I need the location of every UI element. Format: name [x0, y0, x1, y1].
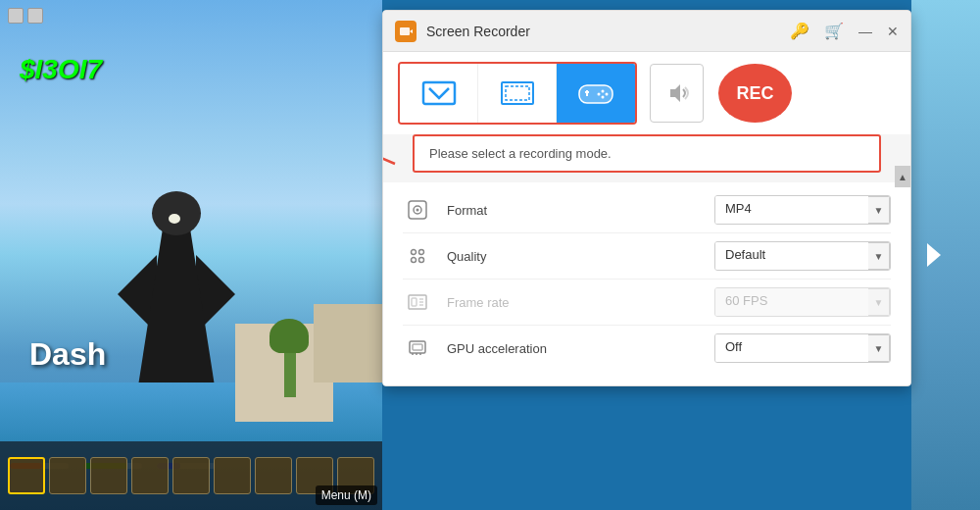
format-select-wrapper[interactable]: MP4 ▼ [714, 195, 891, 225]
frame-rate-label: Frame rate [447, 295, 714, 310]
svg-line-14 [382, 144, 395, 164]
game-character [118, 196, 235, 392]
frame-rate-dropdown-arrow: ▼ [868, 288, 890, 316]
quality-control: Default ▼ [714, 241, 891, 271]
game-maximize-btn[interactable] [27, 8, 43, 24]
game-background: $I3OI7 Dash M [0, 0, 382, 510]
frame-rate-select-wrapper: 60 FPS ▼ [714, 287, 891, 317]
hud-slot-5[interactable] [172, 457, 210, 494]
hud-slot-1[interactable] [8, 457, 45, 494]
hud-slot-7[interactable] [255, 457, 292, 494]
quality-select-wrapper[interactable]: Default ▼ [714, 241, 891, 271]
quality-value: Default [715, 242, 868, 270]
rec-button[interactable]: REC [718, 64, 792, 123]
red-arrow-icon [382, 139, 398, 169]
svg-point-9 [602, 90, 605, 93]
svg-rect-24 [412, 298, 416, 306]
audio-button[interactable] [650, 64, 704, 123]
svg-rect-4 [506, 86, 529, 100]
app-icon [395, 21, 416, 42]
frame-rate-value: 60 FPS [715, 288, 868, 316]
svg-point-10 [606, 93, 609, 96]
quality-icon [403, 241, 432, 271]
svg-marker-1 [410, 29, 413, 33]
format-label: Format [447, 203, 714, 218]
minimize-button[interactable]: — [858, 24, 872, 39]
svg-marker-13 [670, 84, 680, 102]
scroll-up-indicator[interactable]: ▲ [895, 166, 910, 187]
screen-record-mode-button[interactable] [400, 64, 478, 123]
app-title: Screen Recorder [426, 24, 790, 39]
game-building-2 [314, 304, 382, 382]
gpu-icon [403, 333, 432, 363]
cart-icon[interactable]: 🛒 [824, 22, 844, 40]
lock-icon[interactable]: 🔑 [790, 22, 809, 40]
title-controls: 🔑 🛒 — ✕ [790, 22, 899, 40]
mode-message-container: Please select a recording mode. [398, 134, 896, 173]
svg-point-21 [412, 258, 416, 263]
recorder-panel: Screen Recorder 🔑 🛒 — ✕ [382, 10, 911, 386]
gpu-select-wrapper[interactable]: Off ▼ [714, 333, 891, 363]
frame-rate-setting-row: Frame rate 60 FPS ▼ [403, 280, 891, 326]
hud-slot-3[interactable] [90, 457, 127, 494]
char-eye [169, 214, 180, 224]
mode-message: Please select a recording mode. [413, 134, 881, 173]
svg-rect-2 [423, 82, 455, 104]
format-setting-row: Format MP4 ▼ [403, 187, 891, 233]
svg-point-12 [602, 96, 605, 99]
svg-point-11 [598, 93, 601, 96]
format-control: MP4 ▼ [714, 195, 891, 225]
svg-point-22 [419, 258, 424, 263]
gpu-value: Off [715, 334, 868, 362]
fullscreen-mode-button[interactable] [478, 64, 557, 123]
title-bar: Screen Recorder 🔑 🛒 — ✕ [383, 11, 910, 52]
right-background [911, 0, 980, 510]
game-minimize-btn[interactable] [8, 8, 24, 24]
frame-rate-control: 60 FPS ▼ [714, 287, 891, 317]
gpu-dropdown-arrow[interactable]: ▼ [868, 334, 890, 362]
svg-point-19 [412, 250, 416, 255]
format-value: MP4 [715, 196, 868, 224]
menu-button[interactable]: Menu (M) [316, 485, 377, 505]
mode-message-text: Please select a recording mode. [429, 146, 612, 161]
game-tree [284, 338, 296, 397]
svg-rect-28 [410, 341, 425, 353]
format-icon [403, 195, 432, 225]
hud-slot-2[interactable] [49, 457, 86, 494]
game-window-controls [8, 8, 43, 24]
svg-rect-29 [413, 344, 422, 350]
quality-dropdown-arrow[interactable]: ▼ [868, 242, 890, 270]
hud-slot-4[interactable] [131, 457, 169, 494]
settings-area: Format MP4 ▼ Quality Def [383, 182, 910, 385]
close-button[interactable]: ✕ [887, 24, 899, 39]
quality-label: Quality [447, 249, 714, 264]
format-dropdown-arrow[interactable]: ▼ [868, 196, 890, 224]
gpu-label: GPU acceleration [447, 341, 714, 356]
toolbar: REC [383, 52, 910, 134]
game-mode-button[interactable] [557, 64, 635, 123]
game-money-display: $I3OI7 [20, 54, 102, 85]
gpu-setting-row: GPU acceleration Off ▼ [403, 326, 891, 371]
right-arrow-icon[interactable] [927, 243, 941, 267]
svg-rect-0 [400, 27, 410, 35]
quality-setting-row: Quality Default ▼ [403, 233, 891, 280]
hud-slot-6[interactable] [214, 457, 251, 494]
gpu-control: Off ▼ [714, 333, 891, 363]
character-name-label: Dash [29, 336, 106, 373]
mode-button-group [398, 62, 637, 125]
frame-rate-icon [403, 287, 432, 317]
svg-point-18 [416, 209, 419, 212]
svg-point-20 [419, 250, 424, 255]
